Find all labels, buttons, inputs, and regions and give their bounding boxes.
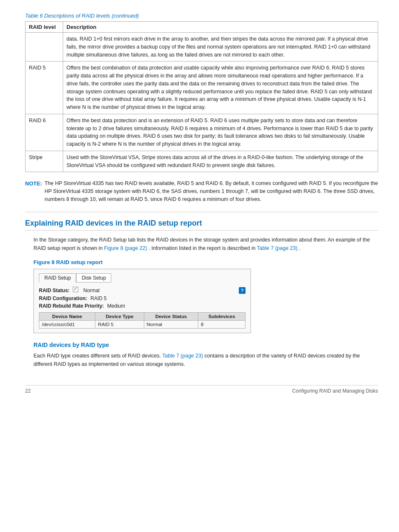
subsection-para: Each RAID type creates different sets of… bbox=[33, 352, 378, 368]
fig-col-subdevices: Subdevices bbox=[198, 312, 246, 320]
page-footer: 22 Configuring RAID and Managing Disks bbox=[25, 385, 378, 394]
table-row-level: RAID 5 bbox=[26, 62, 63, 114]
fig-table-cell: RAID 5 bbox=[95, 320, 144, 328]
help-icon[interactable]: ? bbox=[239, 287, 246, 294]
table-row: RAID 5Offers the best combination of dat… bbox=[26, 62, 378, 114]
table-caption-continued: (continued) bbox=[112, 13, 139, 19]
table-row-level bbox=[26, 33, 63, 62]
table-row-level: RAID 6 bbox=[26, 114, 63, 151]
raid-levels-table: RAID level Description data. RAID 1+0 fi… bbox=[25, 21, 378, 172]
subsection-heading: RAID devices by RAID type bbox=[33, 342, 378, 348]
section-intro: In the Storage category, the RAID Setup … bbox=[33, 236, 378, 252]
section-para-text2: . Information listed in the report is de… bbox=[148, 245, 256, 251]
raid-status-value: Normal bbox=[83, 288, 100, 293]
figure-tabs: RAID Setup Disk Setup bbox=[39, 273, 246, 283]
note-text: The HP StoreVirtual 4335 has two RAID le… bbox=[44, 180, 378, 203]
raid-config-value: RAID 5 bbox=[90, 296, 107, 301]
figure-box: RAID Setup Disk Setup RAID Status: Norma… bbox=[33, 269, 251, 333]
raid-rebuild-row: RAID Rebuild Rate Priority: Medium bbox=[39, 303, 246, 309]
note-box: NOTE: The HP StoreVirtual 4335 has two R… bbox=[25, 180, 378, 203]
section-para-text3: . bbox=[299, 245, 300, 251]
subsection-para-text1: Each RAID type creates different sets of… bbox=[33, 353, 161, 359]
tab-disk-setup[interactable]: Disk Setup bbox=[76, 273, 111, 283]
note-label: NOTE: bbox=[25, 180, 42, 203]
raid-status-label: RAID Status: bbox=[39, 288, 69, 293]
table-caption: Table 6 Descriptions of RAID levels (con… bbox=[25, 13, 378, 19]
figure-device-table: Device Name Device Type Device Status Su… bbox=[39, 312, 246, 329]
page-number: 22 bbox=[25, 388, 31, 394]
fig-table-cell: /dev/cciss/c0d1 bbox=[39, 320, 95, 328]
footer-text: Configuring RAID and Managing Disks bbox=[292, 388, 378, 394]
table-row-desc: Used with the StoreVirtual VSA, Stripe s… bbox=[63, 151, 378, 172]
table-row: StripeUsed with the StoreVirtual VSA, St… bbox=[26, 151, 378, 172]
fig-col-device-status: Device Status bbox=[144, 312, 198, 320]
raid-rebuild-value: Medium bbox=[107, 303, 125, 309]
table-row: RAID 6Offers the best data protection an… bbox=[26, 114, 378, 151]
figure-inner: RAID Status: Normal ? RAID Configuration… bbox=[39, 287, 246, 329]
raid-status-row: RAID Status: Normal ? bbox=[39, 287, 246, 294]
col-raid-level: RAID level bbox=[26, 22, 63, 33]
table-row-desc: Offers the best data protection and is a… bbox=[63, 114, 378, 151]
table-row: data. RAID 1+0 first mirrors each drive … bbox=[26, 33, 378, 62]
table-row-desc: data. RAID 1+0 first mirrors each drive … bbox=[63, 33, 378, 62]
table-caption-main: Table 6 Descriptions of RAID levels bbox=[25, 13, 110, 19]
fig-table-row: /dev/cciss/c0d1RAID 5Normal8 bbox=[39, 320, 246, 328]
table7-link[interactable]: Table 7 (page 23) bbox=[257, 245, 297, 251]
figure8-link[interactable]: Figure 8 (page 22) bbox=[104, 245, 147, 251]
fig-table-cell: Normal bbox=[144, 320, 198, 328]
figure-caption: Figure 8 RAID setup report bbox=[33, 259, 378, 265]
table-row-level: Stripe bbox=[26, 151, 63, 172]
raid-config-row: RAID Configuration: RAID 5 bbox=[39, 296, 246, 301]
raid-status-checkbox bbox=[73, 287, 78, 292]
fig-col-device-name: Device Name bbox=[39, 312, 95, 320]
section-heading: Explaining RAID devices in the RAID setu… bbox=[25, 219, 378, 231]
table-row-desc: Offers the best combination of data prot… bbox=[63, 62, 378, 114]
raid-rebuild-label: RAID Rebuild Rate Priority: bbox=[39, 303, 104, 309]
fig-table-cell: 8 bbox=[198, 320, 246, 328]
raid-config-label: RAID Configuration: bbox=[39, 296, 87, 301]
fig-col-device-type: Device Type bbox=[95, 312, 144, 320]
subsection-table7-link[interactable]: Table 7 (page 23) bbox=[162, 353, 203, 359]
col-description: Description bbox=[63, 22, 378, 33]
tab-raid-setup[interactable]: RAID Setup bbox=[39, 273, 76, 283]
